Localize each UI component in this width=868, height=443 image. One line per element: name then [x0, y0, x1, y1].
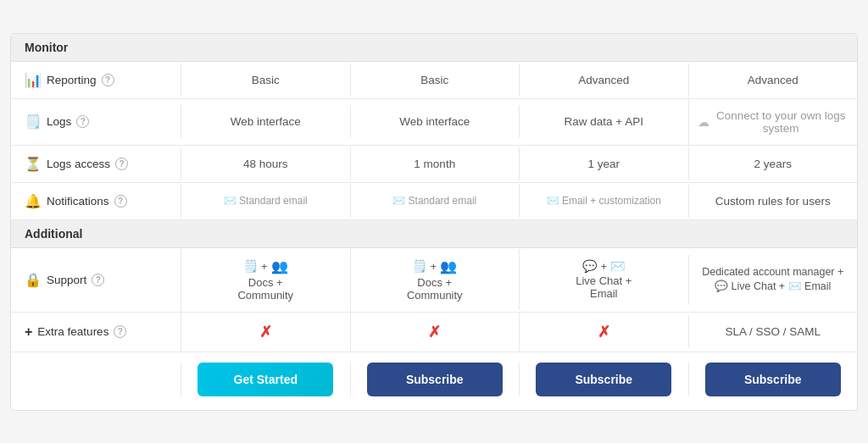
reporting-col2: Basic — [350, 64, 520, 97]
extra-features-help-icon[interactable]: ? — [114, 325, 126, 338]
email-icon-col1: ✉️ — [224, 195, 236, 207]
logs-col1-value: Web interface — [231, 115, 301, 128]
support-row: 🔒 Support ? 🗒️ + 👥 Docs + Community — [11, 248, 857, 313]
notifications-icon: 🔔 — [25, 193, 42, 209]
notifications-col3-value: ✉️ Email + customization — [547, 195, 661, 207]
logs-col4-value: ☁ Connect to your own logs system — [698, 109, 849, 135]
logs-access-row: ⏳ Logs access ? 48 hours 1 month 1 year … — [11, 146, 857, 183]
reporting-col4: Advanced — [688, 64, 858, 97]
logs-access-label: Logs access — [47, 158, 110, 170]
notifications-col4-value: Custom rules for users — [715, 195, 831, 208]
reporting-col1: Basic — [181, 64, 350, 97]
plus-col2: + — [430, 260, 437, 273]
extra-features-col2-cross: ✗ — [428, 324, 441, 341]
logs-row: 🗒️ Logs ? Web interface Web interface Ra… — [11, 99, 857, 146]
support-col2: 🗒️ + 👥 Docs + Community — [350, 248, 520, 312]
get-started-button[interactable]: Get Started — [198, 363, 333, 396]
docs-icon-col1: 🗒️ — [243, 259, 258, 273]
support-col3-icons: 💬 + ✉️ — [582, 259, 625, 273]
support-icon: 🔒 — [25, 272, 42, 288]
support-col3-text: Live Chat + Email — [576, 274, 632, 300]
logs-access-col3-value: 1 year — [587, 158, 620, 170]
logs-access-help-icon[interactable]: ? — [115, 158, 128, 170]
reporting-icon: 📊 — [25, 72, 42, 88]
reporting-help-icon[interactable]: ? — [102, 74, 114, 86]
docs-icon-col2: 🗒️ — [412, 259, 426, 273]
notifications-label: Notifications — [47, 195, 109, 208]
chat-icon-col4: 💬 — [715, 280, 728, 292]
reporting-col3-value: Advanced — [578, 74, 629, 86]
plus-col3: + — [600, 260, 607, 273]
notifications-row: 🔔 Notifications ? ✉️ Standard email ✉️ S… — [11, 183, 857, 220]
subscribe-button-col3[interactable]: Subscribe — [536, 363, 671, 396]
cloud-icon: ☁ — [698, 115, 709, 129]
logs-access-col1-value: 48 hours — [243, 158, 288, 170]
logs-access-col2: 1 month — [350, 147, 520, 180]
logs-help-icon[interactable]: ? — [76, 115, 89, 128]
notifications-help-icon[interactable]: ? — [114, 195, 127, 208]
additional-label: Additional — [25, 227, 82, 241]
chat-icon-col3: 💬 — [582, 259, 597, 273]
extra-features-col1-cross: ✗ — [259, 324, 272, 341]
support-col4-content: Dedicated account manager + 💬 Live Chat … — [698, 265, 849, 295]
monitor-label: Monitor — [25, 41, 68, 54]
logs-col2: Web interface — [350, 105, 520, 138]
additional-section-header: Additional — [11, 220, 857, 248]
button-row: Get Started Subscribe Subscribe Subscrib… — [11, 352, 857, 410]
reporting-col3: Advanced — [519, 64, 688, 97]
notifications-col2: ✉️ Standard email — [350, 184, 520, 219]
support-col1-icons: 🗒️ + 👥 — [243, 258, 288, 274]
monitor-section-header: Monitor — [11, 34, 857, 62]
extra-features-col3-cross: ✗ — [598, 324, 610, 341]
community-icon-col1: 👥 — [271, 258, 288, 274]
reporting-row: 📊 Reporting ? Basic Basic Advanced Advan… — [11, 62, 857, 99]
support-help-icon[interactable]: ? — [92, 274, 104, 286]
btn-col3-cell: Subscribe — [519, 363, 688, 396]
notifications-col4: Custom rules for users — [688, 185, 858, 218]
logs-label-cell: 🗒️ Logs ? — [11, 103, 181, 140]
btn-col1-cell: Get Started — [181, 363, 350, 396]
reporting-col4-value: Advanced — [748, 74, 798, 86]
support-col2-text: Docs + Community — [407, 276, 463, 302]
logs-access-label-cell: ⏳ Logs access ? — [11, 146, 181, 182]
support-col1: 🗒️ + 👥 Docs + Community — [181, 248, 350, 312]
community-icon-col2: 👥 — [440, 258, 457, 274]
support-col2-icons: 🗒️ + 👥 — [412, 258, 457, 274]
logs-access-col1: 48 hours — [181, 147, 350, 180]
support-col3-content: 💬 + ✉️ Live Chat + Email — [528, 259, 680, 300]
support-label: Support — [47, 274, 86, 286]
plus-col1: + — [261, 260, 268, 273]
support-col1-text: Docs + Community — [237, 276, 293, 302]
notifications-col1-value: ✉️ Standard email — [224, 195, 308, 207]
logs-col3: Raw data + API — [519, 105, 688, 138]
email-icon-col3: ✉️ — [610, 259, 625, 273]
extra-features-row: + Extra features ? ✗ ✗ ✗ SLA / SSO / SAM… — [11, 313, 857, 352]
support-col1-content: 🗒️ + 👥 Docs + Community — [190, 258, 342, 302]
email-icon-col2: ✉️ — [392, 195, 405, 207]
logs-access-col2-value: 1 month — [414, 158, 455, 170]
support-label-cell: 🔒 Support ? — [11, 262, 181, 298]
logs-col4: ☁ Connect to your own logs system — [688, 99, 858, 145]
btn-placeholder — [11, 363, 181, 396]
logs-icon: 🗒️ — [25, 114, 42, 130]
extra-features-icon: + — [25, 324, 32, 340]
support-col2-content: 🗒️ + 👥 Docs + Community — [359, 258, 511, 302]
subscribe-button-col2[interactable]: Subscribe — [367, 363, 503, 396]
logs-col3-value: Raw data + API — [565, 115, 643, 128]
logs-access-icon: ⏳ — [25, 156, 42, 172]
subscribe-button-col4[interactable]: Subscribe — [705, 363, 841, 396]
extra-features-col4-value: SLA / SSO / SAML — [725, 325, 821, 338]
reporting-label: Reporting — [47, 74, 97, 86]
extra-features-col2: ✗ — [350, 313, 520, 352]
extra-features-label: Extra features — [37, 325, 108, 338]
reporting-label-cell: 📊 Reporting ? — [11, 62, 181, 98]
extra-features-label-cell: + Extra features ? — [11, 314, 181, 350]
logs-col2-value: Web interface — [399, 115, 470, 128]
extra-features-col1: ✗ — [181, 313, 350, 352]
reporting-col1-value: Basic — [252, 74, 280, 86]
extra-features-col3: ✗ — [519, 313, 688, 352]
logs-access-col4: 2 years — [688, 147, 858, 180]
extra-features-col4: SLA / SSO / SAML — [688, 315, 858, 348]
btn-col4-cell: Subscribe — [688, 363, 858, 396]
support-col4: Dedicated account manager + 💬 Live Chat … — [688, 255, 858, 305]
